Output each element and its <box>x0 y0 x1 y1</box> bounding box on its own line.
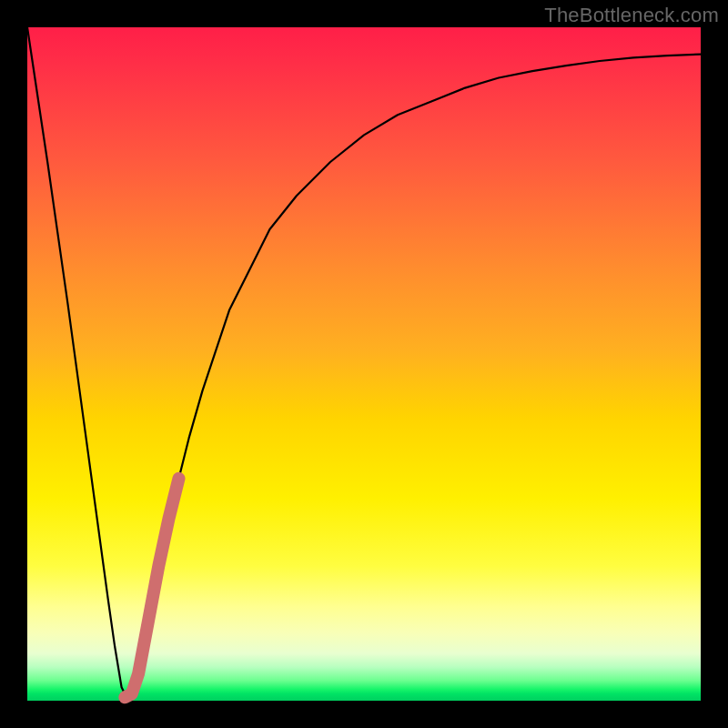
chart-frame: TheBottleneck.com <box>0 0 728 728</box>
curve-layer <box>27 27 701 701</box>
watermark-text: TheBottleneck.com <box>544 4 719 27</box>
bottleneck-curve <box>27 27 701 701</box>
highlight-segment <box>125 479 178 698</box>
plot-area <box>27 27 701 701</box>
